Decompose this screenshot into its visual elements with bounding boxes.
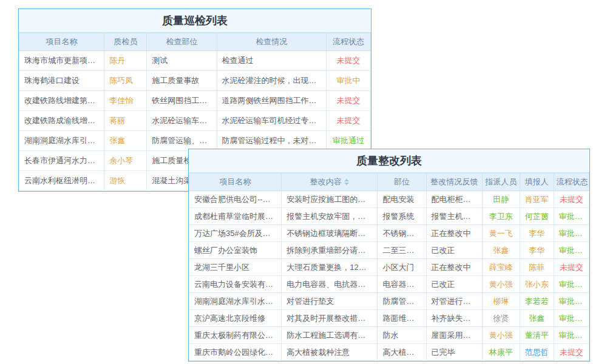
status-text: 审批通过 (554, 276, 589, 293)
project-name-link[interactable]: 成都杜甫草堂临时展厅独立展... (189, 208, 282, 225)
check-situation: 水泥砼灌注的时候，出现离析现象 (217, 71, 326, 91)
project-name-link[interactable]: 安徽合肥供电公司--配电设备... (189, 191, 282, 208)
project-name-link[interactable]: 京沪高速北京段维修 (189, 310, 282, 327)
project-name-link[interactable]: 珠海鹤港口建设 (19, 71, 104, 91)
assignee-name: 徐贤 (482, 310, 520, 327)
column-header-label: 流程状态 (557, 177, 588, 186)
column-header-label: 流程状态 (333, 37, 364, 46)
sort-icon[interactable] (344, 177, 349, 187)
status-text: 未提交 (326, 51, 370, 71)
inspector-name: 李佳怡 (104, 91, 147, 111)
assignee-name: 柳琳 (482, 293, 520, 310)
inspector-name: 蒋丽 (104, 111, 147, 131)
rectify-part: 报警系统 (378, 208, 426, 225)
table-row: 成都杜甫草堂临时展厅独立展...报警主机安放牢固，线缆连接...报警系统报警主机… (189, 208, 589, 225)
table-row: 螺丝厂办公室装饰拆除到承重墙部分请做好加固...二至三楼混...已改正张鑫李华审… (189, 242, 589, 259)
status-text: 审批通过 (554, 293, 589, 310)
table-row: 改建铁路成渝线增建第...蒋丽水泥砼运输车检查水泥砼运输车司机经过专门培训...… (19, 111, 371, 131)
check-situation: 道路两侧铁丝网围挡工作按设计... (217, 91, 326, 111)
rectify-part: 二至三楼混... (378, 242, 426, 259)
column-header-label: 整改内容 (310, 177, 342, 186)
rectify-part: 电容器安装... (378, 276, 426, 293)
rectify-part: 高大植被栽种 (378, 344, 426, 361)
project-name-link[interactable]: 云南水利枢纽潜明水库... (19, 171, 104, 191)
rectify-content: 报警主机安放牢固，线缆连接... (282, 208, 378, 225)
rectify-feedback: 已完毕 (426, 344, 482, 361)
rectify-feedback: 对管进行垫支 (426, 293, 482, 310)
column-header[interactable]: 整改内容 (282, 174, 378, 191)
rectify-content: 拆除到承重墙部分请做好加固... (282, 242, 378, 259)
check-part: 测试 (147, 51, 217, 71)
assignee-name: 黄小强 (482, 276, 520, 293)
reporter-name: 肖亚军 (520, 191, 554, 208)
column-header: 检查情况 (217, 33, 326, 51)
table-row: 珠海鹤港口建设陈巧凤施工质量事故水泥砼灌注的时候，出现离析现象审批中 (19, 71, 371, 91)
reporter-name: 李华 (520, 242, 554, 259)
column-header-label: 填报人 (525, 177, 549, 186)
rectify-part: 配电安装 (378, 191, 426, 208)
column-header: 项目名称 (189, 174, 282, 191)
check-situation: 防腐管运输过程中，未对管进行... (217, 131, 326, 151)
rectify-part: 防腐管运输... (378, 293, 426, 310)
column-header: 项目名称 (19, 33, 104, 51)
table-row: 云南电力设备安装有限公司20...电力电容器、电抗器安装方案...电容器安装..… (189, 276, 589, 293)
project-name-link[interactable]: 改建铁路线增建第二线... (19, 91, 104, 111)
table-row: 改建铁路线增建第二线...李佳怡铁丝网围挡工作检查道路两侧铁丝网围挡工作按设计.… (19, 91, 371, 111)
inspection-header-row: 项目名称质检员检查部位检查情况流程状态 (19, 33, 371, 51)
status-text: 未提交 (554, 191, 589, 208)
project-name-link[interactable]: 改建铁路成渝线增建第... (19, 111, 104, 131)
rectification-table-body: 安徽合肥供电公司--配电设备...安装时应按施工图的布置，将...配电安装配电柜… (189, 191, 589, 361)
rectification-header-row: 项目名称整改内容部位整改情况反馈指派人员填报人流程状态 (189, 174, 589, 191)
column-header: 流程状态 (554, 174, 589, 191)
assignee-name: 田静 (482, 191, 520, 208)
table-row: 万达广场35#会所及咖啡厅空...不锈钢边框玻璃隔断安装不牢...不锈钢安装..… (189, 225, 589, 242)
status-text: 审批中 (326, 71, 370, 91)
assignee-name: 黄小强 (482, 327, 520, 344)
project-name-link[interactable]: 重庆市鹅岭公园绿化景观提升... (189, 344, 282, 361)
column-header-label: 项目名称 (220, 177, 251, 186)
check-part: 水泥砼运输车检查 (147, 111, 217, 131)
rectify-feedback: 已改正 (426, 242, 482, 259)
reporter-name: 何芷茵 (520, 208, 554, 225)
status-text: 审批通过 (554, 208, 589, 225)
column-header: 填报人 (520, 174, 554, 191)
status-text: 未提交 (554, 259, 589, 276)
reporter-name: 张鑫 (520, 310, 554, 327)
assignee-name: 黄一飞 (482, 225, 520, 242)
table-row: 京沪高速北京段维修对其及时开展整改措施，桥头...路面维修检...补齐缺失标志.… (189, 310, 589, 327)
rectify-content: 电力电容器、电抗器安装方案... (282, 276, 378, 293)
column-header-label: 质检员 (114, 37, 137, 46)
rectify-feedback: 屋面采用聚氨... (426, 327, 482, 344)
status-text: 未提交 (326, 111, 370, 131)
table-row: 龙湖三千里小区大理石质量更换，12月31日之...小区大门正在整改中薛宝峰陈菲未… (189, 259, 589, 276)
rectify-content: 对管进行垫支 (282, 293, 378, 310)
column-header-label: 指派人员 (485, 177, 517, 186)
status-text: 审批通过 (554, 327, 589, 344)
status-text: 审批通过 (554, 225, 589, 242)
column-header: 整改情况反馈 (426, 174, 482, 191)
rectify-feedback: 正在整改中 (426, 259, 482, 276)
inspector-name: 游恢 (104, 171, 147, 191)
project-name-link[interactable]: 重庆太极制药有限公司亳州中... (189, 327, 282, 344)
rectify-content: 防水工程施工选调有专业资质... (282, 327, 378, 344)
project-name-link[interactable]: 珠海市城市更新项目紫... (19, 51, 104, 71)
reporter-name: 李若若 (520, 293, 554, 310)
project-name-link[interactable]: 万达广场35#会所及咖啡厅空... (189, 225, 282, 242)
rectify-content: 安装时应按施工图的布置，将... (282, 191, 378, 208)
project-name-link[interactable]: 湖南洞庭湖水库引水工程施工1... (189, 293, 282, 310)
assignee-name: 李卫东 (482, 208, 520, 225)
project-name-link[interactable]: 长春市伊通河水力发电... (19, 151, 104, 171)
project-name-link[interactable]: 螺丝厂办公室装饰 (189, 242, 282, 259)
project-name-link[interactable]: 龙湖三千里小区 (189, 259, 282, 276)
rectify-content: 高大植被栽种注意 (282, 344, 378, 361)
rectify-feedback: 正在整改中 (426, 225, 482, 242)
inspection-panel-title: 质量巡检列表 (19, 9, 371, 33)
project-name-link[interactable]: 云南电力设备安装有限公司20... (189, 276, 282, 293)
assignee-name: 林康平 (482, 344, 520, 361)
rectify-part: 不锈钢安装... (378, 225, 426, 242)
rectify-part: 小区大门 (378, 259, 426, 276)
check-part: 施工质量事故 (147, 71, 217, 91)
check-situation: 检查通过 (217, 51, 326, 71)
table-row: 珠海市城市更新项目紫...陈丹测试检查通过未提交 (19, 51, 371, 71)
project-name-link[interactable]: 湖南洞庭湖水库引水工... (19, 131, 104, 151)
